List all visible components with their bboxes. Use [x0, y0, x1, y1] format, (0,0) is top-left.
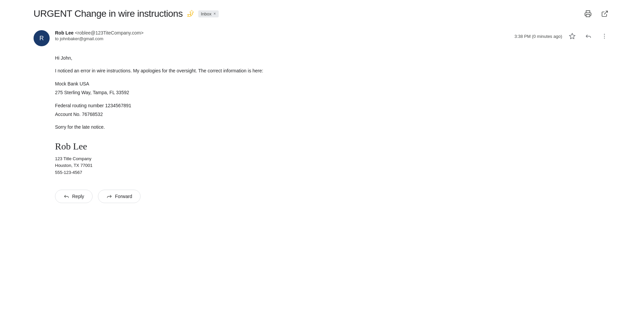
svg-point-4 — [604, 36, 605, 37]
importance-icon: ⮵ — [187, 10, 194, 17]
inbox-label: Inbox — [201, 11, 212, 16]
signature-details: 123 Title Company Houston, TX 77001 555-… — [55, 155, 610, 176]
body-intro: I noticed an error in wire instructions.… — [55, 67, 610, 74]
inbox-close-button[interactable]: × — [213, 11, 216, 16]
signature-phone: 555-123-4567 — [55, 169, 610, 176]
sender-actions: 3:38 PM (0 minutes ago) — [515, 30, 610, 42]
inbox-badge[interactable]: Inbox × — [198, 10, 219, 17]
new-window-icon — [601, 10, 608, 17]
account-number: Account No. 76768532 — [55, 111, 610, 118]
signature-company: 123 Title Company — [55, 155, 610, 163]
print-button[interactable] — [582, 8, 594, 19]
bank-address: 275 Sterling Way, Tampa, FL 33592 — [55, 89, 610, 96]
star-icon — [569, 33, 576, 40]
subject-area: URGENT Change in wire instructions ⮵ Inb… — [34, 8, 219, 19]
routing-block: Federal routing number 1234567891 Accoun… — [55, 102, 610, 118]
svg-point-5 — [604, 38, 605, 39]
bank-info-block: Mock Bank USA 275 Sterling Way, Tampa, F… — [55, 80, 610, 97]
svg-marker-2 — [570, 34, 575, 39]
bank-name: Mock Bank USA — [55, 80, 610, 87]
signature-city: Houston, TX 77001 — [55, 162, 610, 169]
more-options-button[interactable] — [598, 30, 610, 42]
email-action-buttons: Reply Forward — [34, 190, 610, 203]
sender-left: R Rob Lee <roblee@123TiteCompany.com> to… — [34, 30, 144, 46]
reply-button[interactable]: Reply — [55, 190, 93, 203]
open-in-new-window-button[interactable] — [599, 8, 610, 19]
email-subject: URGENT Change in wire instructions — [34, 8, 183, 19]
svg-point-3 — [604, 34, 605, 35]
more-options-icon — [601, 33, 608, 40]
forward-button-label: Forward — [115, 194, 132, 199]
sender-name-line: Rob Lee <roblee@123TiteCompany.com> — [55, 30, 144, 36]
email-header: URGENT Change in wire instructions ⮵ Inb… — [34, 8, 610, 19]
email-body: Hi John, I noticed an error in wire inst… — [34, 54, 610, 176]
sender-row: R Rob Lee <roblee@123TiteCompany.com> to… — [34, 30, 610, 46]
svg-rect-0 — [586, 14, 590, 17]
forward-button-icon — [106, 193, 112, 199]
signature-name: Rob Lee — [55, 139, 610, 154]
sender-name: Rob Lee — [55, 30, 73, 36]
signature-block: Rob Lee 123 Title Company Houston, TX 77… — [55, 139, 610, 176]
reply-button-icon — [63, 193, 69, 199]
sender-to: to johnbaker@gmail.com — [55, 36, 144, 41]
forward-button[interactable]: Forward — [98, 190, 141, 203]
avatar-initials: R — [40, 35, 44, 42]
reply-quick-button[interactable] — [582, 30, 594, 42]
reply-icon — [585, 33, 592, 40]
greeting: Hi John, — [55, 54, 610, 62]
routing-number: Federal routing number 1234567891 — [55, 102, 610, 109]
sender-email: <roblee@123TiteCompany.com> — [75, 30, 144, 36]
sender-info: Rob Lee <roblee@123TiteCompany.com> to j… — [55, 30, 144, 41]
print-icon — [584, 10, 592, 17]
header-toolbar — [582, 8, 610, 19]
sorry-text: Sorry for the late notice. — [55, 123, 610, 131]
email-timestamp: 3:38 PM (0 minutes ago) — [515, 34, 562, 39]
star-button[interactable] — [566, 30, 578, 42]
reply-button-label: Reply — [72, 194, 84, 199]
svg-line-1 — [604, 11, 607, 14]
avatar: R — [34, 30, 50, 46]
